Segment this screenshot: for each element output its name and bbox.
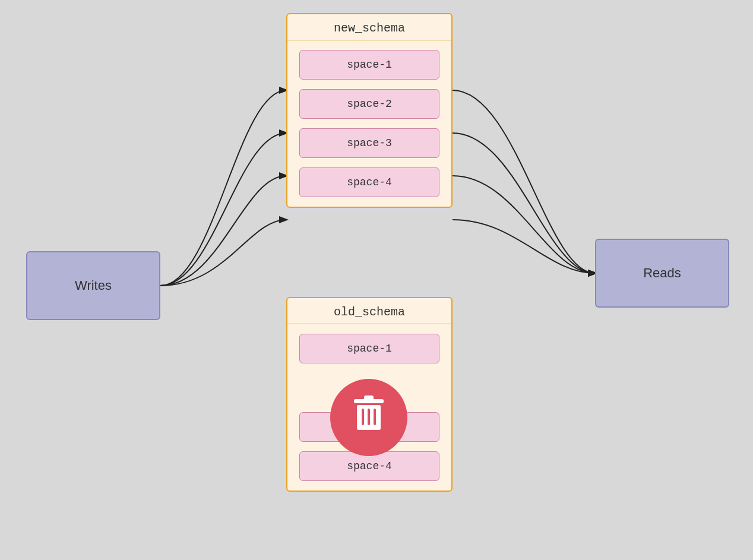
diagram-container: Writes Reads new_schema space-1 space-2 …: [0, 0, 753, 560]
new-schema-title: new_schema: [287, 14, 451, 40]
svg-rect-5: [374, 409, 376, 425]
new-schema-spaces: space-1 space-2 space-3 space-4: [287, 40, 451, 207]
reads-label: Reads: [643, 265, 681, 281]
trash-icon: [351, 394, 387, 441]
old-schema-title: old_schema: [287, 298, 451, 324]
svg-rect-4: [368, 409, 370, 425]
new-space-1: space-1: [299, 50, 439, 80]
svg-rect-1: [364, 396, 374, 400]
trash-overlay: [330, 379, 407, 456]
new-schema-container: new_schema space-1 space-2 space-3 space…: [286, 13, 453, 208]
new-space-2: space-2: [299, 89, 439, 119]
old-space-1: space-1: [299, 334, 439, 363]
svg-rect-3: [362, 409, 364, 425]
new-space-4: space-4: [299, 167, 439, 197]
writes-label: Writes: [75, 278, 112, 293]
new-space-3: space-3: [299, 128, 439, 158]
reads-box: Reads: [595, 239, 729, 308]
writes-box: Writes: [26, 251, 160, 320]
